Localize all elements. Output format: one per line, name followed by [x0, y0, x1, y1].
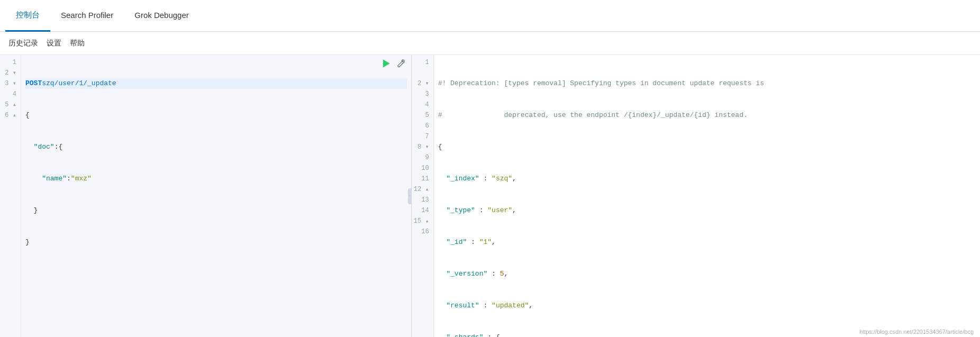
- help-button[interactable]: 帮助: [70, 39, 85, 48]
- editor-line-numbers: 1 2 ▾ 3 ▾ 4 5 ▴ 6 ▴: [0, 55, 21, 337]
- out-line-num-cont: [414, 68, 429, 78]
- out-code-line-4: "_type" : "user",: [438, 205, 976, 216]
- toolbar: 历史记录 设置 帮助: [0, 32, 980, 55]
- top-nav: 控制台 Search Profiler Grok Debugger: [0, 0, 980, 32]
- out-line-num-8: 8 ▾: [414, 142, 429, 152]
- out-line-num-16: 16: [414, 226, 429, 237]
- out-line-num-15: 15 ▴: [414, 216, 429, 226]
- output-line-numbers: 1 2 ▾ 3 4 5 6 7 8 ▾ 9 10 11 12 ▴ 13 14 1…: [412, 55, 434, 337]
- out-code-line-7: "result" : "updated",: [438, 300, 976, 311]
- line-num-6: 6 ▴: [2, 110, 16, 121]
- editor-code-content[interactable]: POST szq/user/1/_update { "doc":{ "name"…: [21, 55, 411, 337]
- line-num-5: 5 ▴: [2, 99, 16, 110]
- code-editor[interactable]: 1 2 ▾ 3 ▾ 4 5 ▴ 6 ▴ POST szq/user/1/_upd…: [0, 55, 411, 337]
- line-num-4: 4: [2, 89, 16, 99]
- svg-point-1: [402, 61, 403, 62]
- out-line-num-14: 14: [414, 205, 429, 216]
- panel-divider[interactable]: ⋮: [408, 188, 412, 204]
- out-code-line-3: "_index" : "szq",: [438, 174, 976, 184]
- out-line-num-12: 12 ▴: [414, 184, 429, 195]
- out-code-line-1b: # deprecated, use the endpoint /{index}/…: [438, 110, 976, 121]
- output-panel: 1 2 ▾ 3 4 5 6 7 8 ▾ 9 10 11 12 ▴ 13 14 1…: [412, 55, 980, 337]
- code-line-4: "name":"mxz": [25, 174, 407, 184]
- out-line-num-3: 3: [414, 89, 429, 99]
- code-line-2: {: [25, 110, 407, 121]
- out-code-line-2: {: [438, 142, 976, 152]
- out-code-line-6: "_version" : 5,: [438, 269, 976, 279]
- out-line-num-11: 11: [414, 174, 429, 184]
- history-button[interactable]: 历史记录: [8, 39, 38, 48]
- out-line-num-6: 6: [414, 121, 429, 131]
- settings-button[interactable]: 设置: [47, 39, 61, 48]
- svg-marker-0: [383, 60, 389, 67]
- out-line-num-4: 4: [414, 99, 429, 110]
- wrench-button[interactable]: [394, 57, 407, 70]
- out-line-num-1: 1: [414, 57, 429, 68]
- code-line-1: POST szq/user/1/_update: [25, 78, 407, 89]
- tab-console[interactable]: 控制台: [5, 0, 50, 32]
- line-num-1: 1: [2, 57, 16, 68]
- code-line-3: "doc":{: [25, 142, 407, 152]
- run-button[interactable]: [379, 57, 392, 70]
- line-num-2: 2 ▾: [2, 68, 16, 78]
- code-line-5: }: [25, 205, 407, 216]
- out-line-num-13: 13: [414, 195, 429, 205]
- tab-search-profiler[interactable]: Search Profiler: [50, 0, 124, 32]
- main-content: 1 2 ▾ 3 ▾ 4 5 ▴ 6 ▴ POST szq/user/1/_upd…: [0, 55, 980, 337]
- out-line-num-5: 5: [414, 110, 429, 121]
- output-code-content: #! Deprecation: [types removal] Specifyi…: [434, 55, 980, 337]
- tab-grok-debugger[interactable]: Grok Debugger: [124, 0, 199, 32]
- editor-panel: 1 2 ▾ 3 ▾ 4 5 ▴ 6 ▴ POST szq/user/1/_upd…: [0, 55, 412, 337]
- out-line-num-7: 7: [414, 131, 429, 142]
- out-line-num-9: 9: [414, 152, 429, 163]
- code-line-6: }: [25, 237, 407, 248]
- line-num-3: 3 ▾: [2, 78, 16, 89]
- out-code-line-1: #! Deprecation: [types removal] Specifyi…: [438, 78, 976, 89]
- out-line-num-10: 10: [414, 163, 429, 174]
- out-line-num-2: 2 ▾: [414, 78, 429, 89]
- output-code-area: 1 2 ▾ 3 4 5 6 7 8 ▾ 9 10 11 12 ▴ 13 14 1…: [412, 55, 980, 337]
- editor-actions: [379, 57, 407, 70]
- watermark: https://blog.csdn.net/2201534367/article…: [859, 329, 974, 335]
- out-code-line-5: "_id" : "1",: [438, 237, 976, 248]
